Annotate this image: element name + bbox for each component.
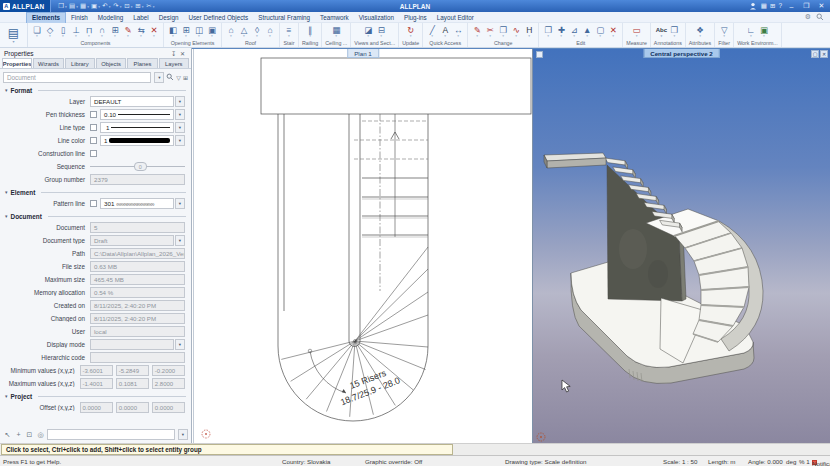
plot-icon[interactable]: ⊞ — [134, 2, 144, 10]
menu-tab-label[interactable]: Label — [128, 12, 153, 23]
status-angle-unit[interactable]: deg — [786, 458, 796, 465]
window-icon[interactable]: ⊞ — [180, 26, 192, 38]
measure-icon[interactable]: ▭ — [631, 26, 643, 38]
line-type-checkbox[interactable] — [90, 124, 97, 131]
layers-icon[interactable]: ⊡ — [123, 2, 133, 10]
status-country[interactable]: Country: Slovakia — [282, 458, 331, 465]
delete-wall-icon[interactable]: ✕ — [148, 26, 160, 38]
status-graphic-override[interactable]: Graphic override: Off — [365, 458, 422, 465]
status-angle[interactable]: Angle: 0.000 — [748, 458, 783, 465]
dropdown-arrow-icon[interactable]: ▾ — [175, 122, 185, 133]
settings-gear-icon[interactable]: ⚙ — [805, 13, 811, 21]
construction-line-checkbox[interactable] — [90, 150, 97, 157]
downstand-beam-icon[interactable]: ⊥ — [70, 26, 82, 38]
sheet-icon[interactable]: ❐ — [668, 26, 680, 38]
box-select-icon[interactable]: ⊡ — [25, 431, 34, 439]
join-walls-icon[interactable]: ⇆ — [135, 26, 147, 38]
open-icon[interactable]: ▤ — [68, 2, 78, 10]
text-abc-icon[interactable]: Abc — [655, 26, 667, 38]
menu-tab-structural-framing[interactable]: Structural Framing — [253, 12, 315, 23]
line-color-checkbox[interactable] — [90, 137, 97, 144]
view-icon[interactable]: ⊟ — [375, 26, 387, 38]
status-length-unit[interactable]: Length: m — [708, 458, 736, 465]
roof-plane-icon[interactable]: ⌂ — [225, 26, 237, 38]
dropdown-arrow-icon[interactable]: ▾ — [175, 96, 185, 107]
tab-planes[interactable]: Planes — [127, 58, 157, 68]
door-icon[interactable]: ◧ — [167, 26, 179, 38]
search-icon[interactable] — [166, 73, 174, 81]
maximize-button[interactable]: ❐ — [801, 2, 812, 10]
section-collapse-icon[interactable]: ▾ — [5, 87, 8, 93]
menu-tab-elements[interactable]: Elements — [26, 12, 66, 23]
menu-tab-layout-editor[interactable]: Layout Editor — [432, 12, 479, 23]
user-account-icon[interactable] — [749, 2, 757, 10]
plan-view-tab[interactable]: Plan 1 — [347, 49, 379, 58]
dropdown-arrow-icon[interactable]: ▾ — [175, 198, 185, 209]
tab-library[interactable]: Library — [65, 58, 95, 68]
plan-viewport[interactable]: Plan 1 — [193, 49, 532, 443]
mirror-icon[interactable]: ▲ — [581, 26, 593, 38]
search-icon[interactable] — [816, 13, 824, 21]
dormer-icon[interactable]: △ — [238, 26, 250, 38]
section-collapse-icon[interactable]: ▾ — [5, 189, 8, 195]
pattern-line-select[interactable]: 301 ∞∞∞∞∞∞∞∞∞∞∞ — [100, 198, 174, 209]
view-close-button[interactable]: ✕ — [820, 50, 828, 58]
copy-icon[interactable]: ❐ — [542, 26, 554, 38]
status-drawing-type[interactable]: Drawing type: Scale definition — [505, 458, 587, 465]
menu-tab-teamwork[interactable]: Teamwork — [315, 12, 354, 23]
offset-icon[interactable]: ∿ — [510, 26, 522, 38]
sequence-slider-thumb[interactable]: 0 — [134, 162, 147, 171]
move-icon[interactable]: ✚ — [555, 26, 567, 38]
copy-icon[interactable]: ▣ — [90, 2, 100, 10]
dropdown-arrow-icon[interactable]: ▾ — [175, 339, 185, 350]
pin-icon[interactable]: ↧ — [169, 50, 178, 57]
close-icon[interactable]: ✕ — [178, 50, 187, 57]
rotate-icon[interactable]: ⊿ — [568, 26, 580, 38]
menu-tab-plug-ins[interactable]: Plug-ins — [399, 12, 432, 23]
quick-access-toolbar[interactable]: ❐▤▦▣↶↷⊡⊞✂ — [57, 2, 155, 10]
titlebar-icons[interactable]: ▦⊞? — [761, 2, 782, 10]
wall-icon[interactable]: ❏ — [31, 26, 43, 38]
dropdown-arrow-icon[interactable]: ▾ — [178, 429, 188, 440]
minimize-button[interactable]: – — [786, 3, 797, 10]
menu-tab-design[interactable]: Design — [154, 12, 184, 23]
tab-objects[interactable]: Objects — [96, 58, 126, 68]
draw-line-icon[interactable]: ╱ — [426, 26, 438, 38]
save-icon[interactable]: ▦ — [79, 2, 89, 10]
railing-icon[interactable]: ∥ — [304, 26, 316, 38]
section-icon[interactable]: ◪ — [362, 26, 374, 38]
dimension-icon[interactable]: ↔ — [452, 26, 464, 38]
layer-select[interactable]: DEFAULT — [90, 96, 174, 107]
copy-edit-icon[interactable]: ❐ — [497, 26, 509, 38]
dropdown-arrow-icon[interactable]: ▾ — [175, 235, 185, 246]
dropdown-arrow-icon[interactable]: ▾ — [175, 109, 185, 120]
framework-icon[interactable]: ⊞ — [109, 26, 121, 38]
pen-thickness-select[interactable]: 0.10 — [100, 109, 174, 120]
dropdown-arrow-icon[interactable]: ▾ — [154, 72, 164, 83]
pen-thickness-checkbox[interactable] — [90, 111, 97, 118]
section-collapse-icon[interactable]: ▾ — [5, 213, 8, 219]
close-button[interactable]: ✕ — [816, 2, 827, 10]
help-icon[interactable]: ? — [778, 2, 782, 10]
menu-tab-visualization[interactable]: Visualization — [354, 12, 399, 23]
update-3d-icon[interactable]: ↻ — [405, 26, 417, 38]
project-icon[interactable]: ❐ — [57, 2, 67, 10]
monitor-icon[interactable]: ▣ — [758, 26, 770, 38]
filter-icon[interactable]: ▽ — [718, 26, 730, 38]
modify-wall-icon[interactable]: ✎ — [122, 26, 134, 38]
roof-frame-icon[interactable]: ⌂ — [264, 26, 276, 38]
filter-icon[interactable]: ▽ — [176, 74, 181, 81]
ring-select-icon[interactable]: ◎ — [36, 431, 45, 439]
crosshair-icon[interactable]: + — [14, 431, 23, 439]
redo-icon[interactable]: ↷ — [112, 2, 122, 10]
ceiling-icon[interactable]: ▦ — [330, 26, 342, 38]
delete-icon[interactable]: ✕ — [607, 26, 619, 38]
perspective-viewport[interactable]: Central perspective 2 ▢ ✕ — [532, 49, 830, 443]
text-icon[interactable]: A — [439, 26, 451, 38]
stair-icon[interactable]: ≡ — [283, 26, 295, 38]
arch-icon[interactable]: ∩ — [96, 26, 108, 38]
tools-icon[interactable]: ✂ — [145, 2, 155, 10]
attributes-icon[interactable]: ❖ — [694, 26, 706, 38]
recess-icon[interactable]: ⊓ — [83, 26, 95, 38]
slab-icon[interactable]: ◇ — [44, 26, 56, 38]
